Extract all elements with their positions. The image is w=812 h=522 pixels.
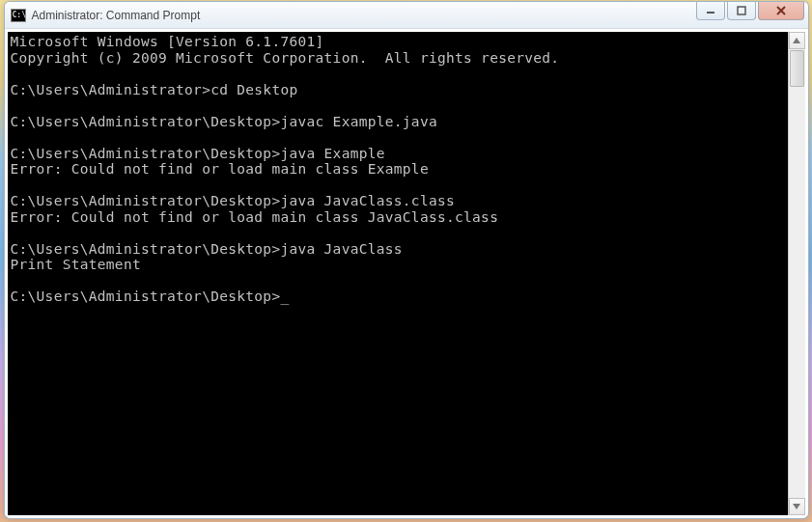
window-title: Administrator: Command Prompt [32, 9, 804, 22]
window-controls [696, 1, 804, 20]
minimize-button[interactable] [696, 1, 725, 20]
svg-rect-1 [738, 7, 745, 14]
scroll-thumb[interactable] [790, 50, 804, 87]
scroll-track[interactable] [789, 49, 805, 498]
command-prompt-window: C:\ Administrator: Command Prompt Micros… [4, 1, 809, 519]
console-output[interactable]: Microsoft Windows [Version 6.1.7601] Cop… [8, 32, 788, 515]
scroll-down-button[interactable] [789, 498, 805, 515]
vertical-scrollbar[interactable] [788, 32, 805, 515]
cmd-icon: C:\ [11, 9, 26, 22]
maximize-button[interactable] [727, 1, 756, 20]
scroll-up-button[interactable] [789, 32, 805, 49]
console-area: Microsoft Windows [Version 6.1.7601] Cop… [6, 30, 807, 517]
titlebar[interactable]: C:\ Administrator: Command Prompt [5, 2, 808, 29]
close-button[interactable] [758, 1, 804, 20]
svg-marker-4 [793, 38, 800, 43]
svg-marker-5 [793, 504, 800, 509]
